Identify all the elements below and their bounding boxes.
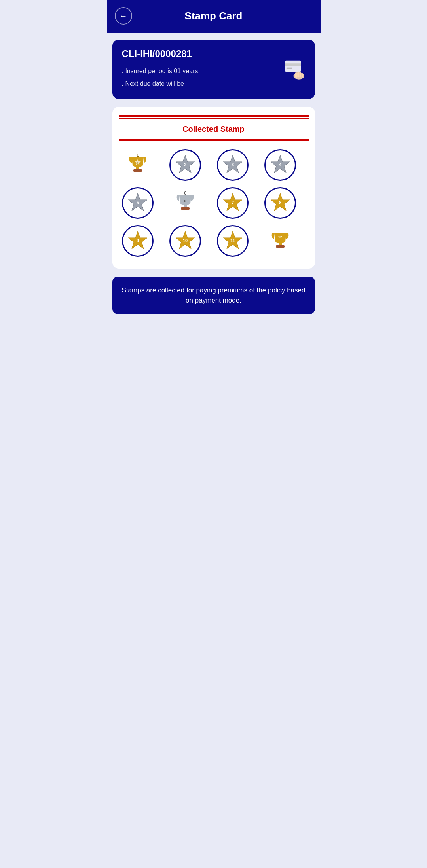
divider-bottom-1 [119,139,309,140]
stamp-3-star-grey: 3 [217,149,249,181]
svg-rect-2 [286,68,292,69]
svg-text:11: 11 [230,238,235,243]
svg-text:3: 3 [231,162,233,167]
stamp-collection-card: Collected Stamp 1 [112,107,315,269]
insured-period: . Insured period is 01 years. [122,65,306,78]
svg-text:1: 1 [137,161,139,165]
stamps-grid: 1 1 2 [119,149,309,257]
stamp-12-trophy-gold: 12 [264,225,296,257]
svg-rect-1 [285,63,301,66]
svg-text:1: 1 [137,153,139,157]
policy-card: CLI-IHI/0000281 . Insured period is 01 y… [112,40,315,99]
stamp-4-star-grey: 4 [264,149,296,181]
stamp-1-trophy-gold: 1 1 [122,149,154,181]
collected-stamp-title: Collected Stamp [119,121,309,137]
stamp-11-star-gold: 11 [217,225,249,257]
svg-text:12: 12 [278,235,282,239]
stamp-10-star-gold: 10 [169,225,201,257]
policy-id: CLI-IHI/0000281 [122,48,306,59]
svg-rect-6 [299,72,301,78]
policy-info: . Insured period is 01 years. . Next due… [122,65,306,90]
svg-text:7: 7 [231,200,233,205]
stamp-9-star-gold: 9 [122,225,154,257]
svg-rect-10 [133,169,142,172]
footer-info-text: Stamps are collected for paying premiums… [120,285,307,305]
svg-text:4: 4 [279,162,281,167]
back-arrow-icon: ← [120,11,127,21]
footer-info-card: Stamps are collected for paying premiums… [112,277,315,314]
app-header: ← Stamp Card [107,0,321,33]
stamp-5-star-grey: 5 [122,187,154,219]
divider-top-2 [119,116,309,117]
page-title: Stamp Card [185,10,243,22]
main-content: CLI-IHI/0000281 . Insured period is 01 y… [107,33,321,868]
svg-rect-5 [297,72,299,78]
stamp-8-star-gold: 8 [264,187,296,219]
stamp-7-star-gold: 7 [217,187,249,219]
stamp-2-star-grey: 2 [169,149,201,181]
svg-text:6: 6 [184,191,186,195]
svg-rect-22 [184,203,187,207]
next-due-date: . Next due date will be [122,78,306,90]
svg-text:9: 9 [136,238,139,243]
svg-rect-35 [279,241,282,245]
payment-card-icon [283,57,307,82]
svg-text:8: 8 [279,200,281,205]
divider-top-1 [119,115,309,116]
svg-text:2: 2 [184,162,186,167]
svg-rect-7 [301,73,303,78]
svg-text:5: 5 [136,200,139,205]
svg-rect-36 [276,245,285,248]
svg-rect-4 [295,72,297,78]
svg-text:10: 10 [182,238,187,243]
svg-text:6: 6 [184,199,186,203]
back-button[interactable]: ← [115,7,132,25]
stamp-6-trophy-silver: 6 6 [169,187,201,219]
svg-rect-0 [285,61,301,72]
svg-rect-23 [181,207,190,210]
stamp-header: Collected Stamp [119,115,309,141]
svg-rect-9 [136,165,139,169]
divider-bottom-2 [119,140,309,141]
